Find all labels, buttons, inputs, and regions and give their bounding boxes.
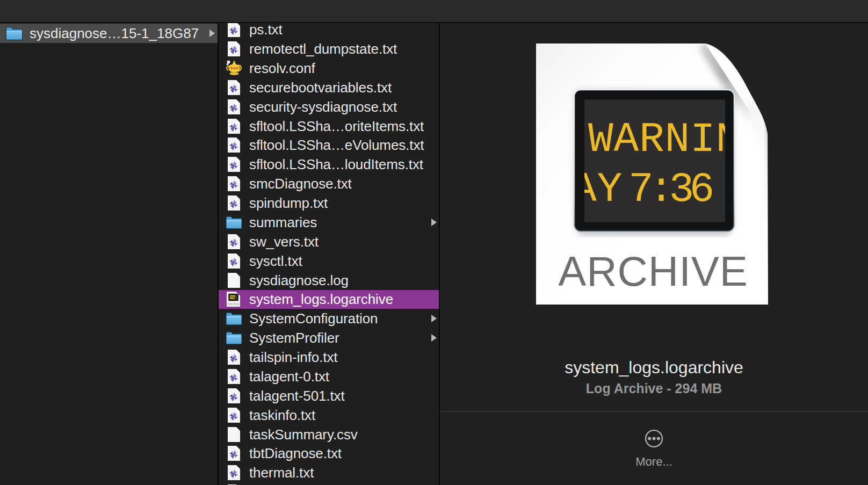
svg-text:7:36: 7:36 <box>628 166 712 213</box>
svg-text:ARCHIVE: ARCHIVE <box>558 248 748 295</box>
